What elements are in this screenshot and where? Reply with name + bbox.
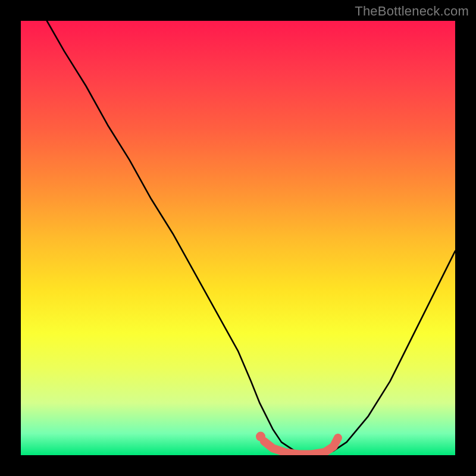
bottleneck-curve: [47, 21, 455, 455]
chart-svg: [21, 21, 455, 455]
chart-frame: TheBottleneck.com: [0, 0, 476, 476]
optimal-start-dot: [256, 432, 265, 441]
chart-plot-area: [21, 21, 455, 455]
optimal-range-marker: [264, 438, 338, 455]
watermark-text: TheBottleneck.com: [355, 4, 469, 19]
